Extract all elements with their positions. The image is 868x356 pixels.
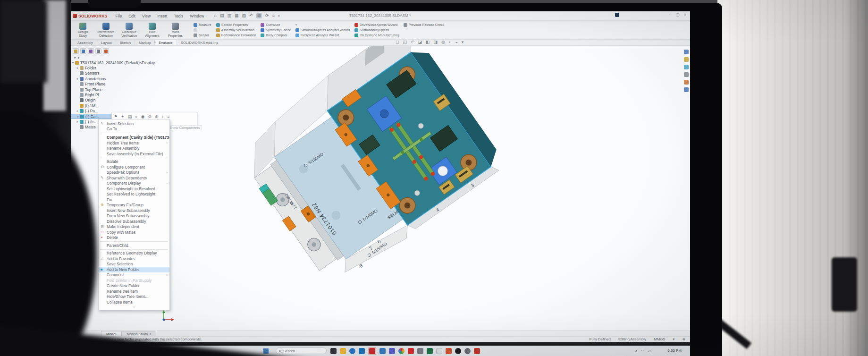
- view-settings-icon[interactable]: ▾: [462, 40, 464, 44]
- dimxpertmanager-tab[interactable]: [95, 48, 101, 54]
- properties-icon[interactable]: ≡: [167, 114, 169, 119]
- menu-item-isolate[interactable]: Isolate: [99, 159, 169, 165]
- sustainabilityxpress-button[interactable]: SustainabilityXpress: [354, 27, 399, 33]
- menu-item-copy-with-mates[interactable]: ⊡Copy with Mates: [99, 229, 169, 235]
- menu-item-add-to-new-folder[interactable]: ■Add to New Folder: [99, 267, 169, 272]
- menu-insert[interactable]: Insert: [154, 14, 170, 18]
- driveworksxpress-button[interactable]: DriveWorksXpress Wizard: [354, 22, 399, 27]
- status-units[interactable]: MMGS: [654, 337, 665, 341]
- menu-item-component-display[interactable]: Component Display: [99, 181, 169, 186]
- tree-item-sensors[interactable]: Sensors: [71, 71, 160, 76]
- calculator-icon[interactable]: [417, 348, 423, 354]
- panel-flyout-icon[interactable]: »: [154, 40, 156, 44]
- menu-item-rename-tree-item[interactable]: Rename tree item: [99, 288, 169, 294]
- home-icon[interactable]: ⌂: [214, 14, 217, 18]
- on-demand-manufacturing-button[interactable]: On Demand Manufacturing: [354, 33, 399, 38]
- menu-view[interactable]: View: [139, 14, 154, 18]
- tab-sketch[interactable]: Sketch: [116, 40, 135, 45]
- flag-icon[interactable]: ⚑: [114, 114, 118, 119]
- menu-scroll-down-icon[interactable]: ▿: [99, 305, 169, 309]
- excel-icon[interactable]: [427, 348, 433, 354]
- tab-evaluate[interactable]: Evaluate: [155, 40, 177, 45]
- view-orientation-icon[interactable]: ◧: [426, 40, 430, 44]
- menu-item-delete[interactable]: ×Delete: [99, 235, 169, 241]
- curvature-button[interactable]: Curvature: [261, 22, 290, 27]
- maximize-icon[interactable]: ▢: [675, 13, 680, 17]
- units-caret-icon[interactable]: ▾: [673, 337, 675, 341]
- tray-expand-icon[interactable]: ∧: [635, 349, 638, 353]
- tree-item-right-plane[interactable]: Right Pl: [71, 92, 160, 97]
- rebuild-icon[interactable]: ⟳: [265, 14, 269, 18]
- tree-item-annotations[interactable]: ▸Annotations: [71, 76, 160, 81]
- whiteboard-icon[interactable]: [436, 348, 442, 354]
- tree-filter[interactable]: ▼▾: [71, 55, 160, 60]
- menu-item-collapse-items[interactable]: Collapse Items: [99, 299, 169, 305]
- menu-item-hide-show-tree-items[interactable]: Hide/Show Tree Items...: [99, 294, 169, 300]
- fix-component-icon[interactable]: ⊕: [155, 114, 159, 119]
- menu-item-insert-new-subassembly[interactable]: Insert New Subassembly: [99, 208, 169, 213]
- previous-view-icon[interactable]: ↶: [411, 40, 414, 44]
- start-button[interactable]: [263, 348, 269, 354]
- network-icon[interactable]: ◠: [641, 349, 644, 353]
- zoom-fit-icon[interactable]: ◻: [396, 40, 399, 44]
- open-part-icon[interactable]: ▤: [128, 114, 132, 119]
- task-view-icon[interactable]: [330, 348, 337, 354]
- menu-tools[interactable]: Tools: [170, 14, 186, 18]
- display-style-icon[interactable]: ◨: [434, 40, 438, 44]
- teams-icon[interactable]: [389, 348, 395, 354]
- assembly-visualization-button[interactable]: Assembly Visualization: [216, 27, 256, 33]
- section-properties-button[interactable]: Section Properties: [216, 22, 256, 27]
- menu-item-set-lightweight-to-resolved[interactable]: Set Lightweight to Resolved: [99, 186, 169, 192]
- new-document-icon[interactable]: ▤: [220, 14, 224, 18]
- apply-scene-icon[interactable]: ◒: [455, 40, 457, 44]
- body-compare-button[interactable]: Body Compare: [261, 33, 290, 38]
- menu-item-configure-component[interactable]: ⚙Configure Component: [99, 164, 169, 170]
- edge-icon[interactable]: [349, 348, 355, 354]
- menu-item-fix[interactable]: Fix: [99, 197, 169, 203]
- tree-item-front-plane[interactable]: Front Plane: [71, 82, 160, 87]
- taskbar-clock[interactable]: 6:05 PM: [667, 349, 682, 353]
- tree-root[interactable]: ▾T501734 162_20241009 (Default)<Display …: [71, 60, 160, 65]
- solidworks-icon[interactable]: [369, 348, 375, 354]
- close-icon[interactable]: ×: [684, 13, 686, 17]
- menu-item-make-independent[interactable]: ⊞Make Independent: [99, 224, 169, 230]
- markup-button[interactable]: [194, 27, 211, 33]
- edrawings-icon[interactable]: [379, 348, 386, 354]
- move-component-icon[interactable]: ↕: [162, 114, 164, 119]
- menu-item-temporary-fix-group[interactable]: ⊕Temporary Fix/Group: [99, 203, 169, 208]
- graphics-area[interactable]: 5101734 N62 1734 N62 5/160MO 5/160MO 5/B…: [70, 46, 690, 331]
- minimize-icon[interactable]: –: [669, 13, 671, 17]
- wizard-caret[interactable]: ▾: [295, 22, 350, 27]
- tab-assembly[interactable]: Assembly: [74, 40, 97, 45]
- acrobat-icon[interactable]: [408, 348, 414, 354]
- configurationmanager-tab[interactable]: [88, 48, 94, 54]
- print-icon[interactable]: ▧: [242, 14, 246, 18]
- menu-item-show-with-dependents[interactable]: ✎Show with Dependents: [99, 175, 169, 181]
- interference-detection-button[interactable]: InterferenceDetection: [95, 22, 117, 38]
- menu-item-parent-child[interactable]: Parent/Child...: [99, 243, 169, 248]
- mold-assembly-model[interactable]: 5101734 N62 1734 N62 5/160MO 5/160MO 5/B…: [235, 46, 528, 313]
- performance-evaluation-button[interactable]: Performance Evaluation: [216, 33, 256, 38]
- tree-item-origin[interactable]: Origin: [71, 98, 160, 103]
- featuremanager-tab[interactable]: [73, 48, 79, 54]
- edit-appearance-icon[interactable]: ◐: [449, 40, 451, 44]
- menu-item-go-to[interactable]: Go To...: [99, 127, 169, 132]
- tab-markup[interactable]: Markup: [135, 40, 155, 45]
- custom-properties-icon[interactable]: [684, 87, 689, 92]
- tree-item-top-plane[interactable]: Top Plane: [71, 87, 160, 92]
- suppress-icon[interactable]: ⊘: [148, 114, 152, 119]
- symmetry-check-button[interactable]: Symmetry Check: [261, 27, 290, 33]
- appearances-pane-icon[interactable]: [684, 80, 689, 85]
- settings-icon[interactable]: [464, 348, 471, 354]
- design-library-icon[interactable]: [684, 57, 689, 62]
- displaymanager-tab[interactable]: [103, 48, 109, 54]
- design-study-button[interactable]: DesignStudy: [72, 22, 94, 38]
- menu-item-add-to-favorites[interactable]: ☆Add to Favorites: [99, 256, 169, 262]
- zoom-area-icon[interactable]: ◰: [403, 40, 407, 44]
- clearance-verification-button[interactable]: ClearanceVerification: [118, 22, 140, 38]
- powerpoint-icon[interactable]: [446, 348, 452, 354]
- tab-motion-study[interactable]: Motion Study 1: [121, 331, 156, 336]
- chrome-icon[interactable]: [398, 348, 405, 354]
- menu-item-save-selection[interactable]: Save Selection: [99, 262, 169, 267]
- globe-icon[interactable]: ⊕: [682, 337, 685, 341]
